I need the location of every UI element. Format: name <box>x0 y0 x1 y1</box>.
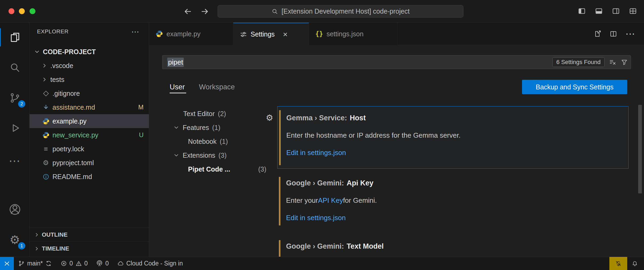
branch-status[interactable]: main* <box>14 257 56 270</box>
tree-file-poetry-lock[interactable]: ≡ poetry.lock <box>30 142 149 156</box>
more-actions-icon[interactable]: ⋯ <box>131 27 139 36</box>
chevron-right-icon <box>34 246 40 252</box>
json-braces-icon: {} <box>315 30 323 38</box>
explorer-sidebar: EXPLORER ⋯ CODE-PROJECT .vscode tests .g… <box>30 23 149 257</box>
tree-folder-vscode[interactable]: .vscode <box>30 59 149 73</box>
split-editor-icon[interactable] <box>609 30 617 38</box>
tree-file-example-py[interactable]: example.py <box>30 114 149 128</box>
chevron-right-icon <box>41 76 48 83</box>
tree-file-assistance-md[interactable]: assistance.md M <box>30 100 149 114</box>
bell-icon <box>631 260 638 267</box>
modified-indicator <box>279 110 281 165</box>
settings-found-badge: 6 Settings Found <box>552 57 605 67</box>
setting-google-gemini-api-key[interactable]: Google › Gemini: Api Key Enter your API … <box>277 172 629 234</box>
toggle-secondary-sidebar-icon[interactable] <box>612 7 620 15</box>
command-center[interactable]: [Extension Development Host] code-projec… <box>218 5 463 18</box>
scrollbar[interactable] <box>638 105 642 193</box>
filter-icon[interactable] <box>621 58 628 66</box>
tab-settings-json[interactable]: {} settings.json <box>309 23 398 45</box>
python-file-icon <box>42 132 50 139</box>
editor-actions: ⋯ <box>593 23 635 45</box>
lock-file-icon: ≡ <box>42 145 50 152</box>
toc-pipet-code[interactable]: Pipet Code ... (3) <box>173 162 266 176</box>
sync-icon <box>45 260 52 267</box>
ellipsis-icon: ⋯ <box>9 155 21 167</box>
sidebar-header: EXPLORER ⋯ <box>30 23 149 40</box>
radio-tower-icon <box>96 260 103 267</box>
command-center-title: [Extension Development Host] code-projec… <box>282 7 410 15</box>
close-window-button[interactable] <box>9 8 14 14</box>
setting-google-gemini-text-model[interactable]: Google › Gemini: Text Model <box>277 235 629 257</box>
open-settings-json-icon[interactable] <box>593 30 601 38</box>
tree-file-new-service-py[interactable]: new_service.py U <box>30 128 149 142</box>
setting-gemma-service-host[interactable]: Gemma › Service: Host Enter the hostname… <box>277 106 629 169</box>
tree-file-readme-md[interactable]: README.md <box>30 170 149 184</box>
close-icon[interactable]: × <box>283 30 288 39</box>
account-icon <box>9 204 21 215</box>
tree-folder-tests[interactable]: tests <box>30 73 149 86</box>
problems-status[interactable]: 0 0 <box>56 257 92 270</box>
search-icon <box>9 62 21 73</box>
outline-section[interactable]: OUTLINE <box>30 228 149 241</box>
search-icon <box>271 8 278 15</box>
toc-extensions[interactable]: Extensions (3) <box>173 148 266 162</box>
toggle-panel-icon[interactable] <box>595 7 603 15</box>
remote-indicator[interactable] <box>0 257 14 270</box>
back-icon[interactable] <box>183 7 192 16</box>
source-control-badge: 2 <box>18 100 26 108</box>
toc-notebook[interactable]: Notebook (1) <box>173 134 266 148</box>
tab-settings[interactable]: Settings × <box>233 23 309 45</box>
activity-settings[interactable]: ⚙ 1 <box>0 229 30 251</box>
toc-text-editor[interactable]: Text Editor (2) <box>173 107 266 121</box>
git-file-icon <box>42 90 50 97</box>
scope-tab-user[interactable]: User <box>170 80 185 94</box>
toggle-primary-sidebar-icon[interactable] <box>578 7 586 15</box>
zoom-window-button[interactable] <box>30 8 35 14</box>
tree-file-gitignore[interactable]: .gitignore <box>30 86 149 100</box>
bell-slash-icon <box>615 260 622 267</box>
more-actions-icon[interactable]: ⋯ <box>625 29 635 39</box>
tree-file-pyproject-toml[interactable]: ⚙ pyproject.toml <box>30 156 149 170</box>
activity-source-control[interactable]: 2 <box>0 87 30 109</box>
sidebar-title: EXPLORER <box>37 28 68 35</box>
tree-root-code-project[interactable]: CODE-PROJECT <box>30 45 149 59</box>
activity-search[interactable] <box>0 56 30 79</box>
warning-icon <box>75 260 82 267</box>
activity-explorer[interactable] <box>0 26 30 49</box>
settings-search-controls: 6 Settings Found <box>552 55 628 69</box>
backup-sync-settings-button[interactable]: Backup and Sync Settings <box>522 80 627 94</box>
settings-badge: 1 <box>18 242 26 250</box>
notifications-bell[interactable] <box>627 257 642 270</box>
error-icon <box>60 260 67 267</box>
forward-icon[interactable] <box>200 7 209 16</box>
activity-more[interactable]: ⋯ <box>0 150 30 172</box>
minimize-window-button[interactable] <box>19 8 25 14</box>
setting-actions-gear-icon[interactable]: ⚙ <box>266 113 273 123</box>
activity-run-debug[interactable] <box>0 117 30 139</box>
edit-in-settings-json-link[interactable]: Edit in settings.json <box>286 149 346 157</box>
cloud-code-status[interactable]: Cloud Code - Sign in <box>113 257 187 270</box>
markdown-file-icon <box>42 104 50 111</box>
toc-features[interactable]: Features (1) <box>173 121 266 134</box>
notifications-muted-status[interactable] <box>609 257 627 270</box>
active-scope-underline <box>170 93 186 93</box>
git-untracked-badge: U <box>139 131 144 139</box>
scope-tab-workspace[interactable]: Workspace <box>199 80 235 94</box>
broadcast-status[interactable]: 0 <box>92 257 113 270</box>
activity-accounts[interactable] <box>0 198 30 221</box>
layout-controls <box>578 7 637 15</box>
edit-in-settings-json-link[interactable]: Edit in settings.json <box>286 214 346 222</box>
timeline-section[interactable]: TIMELINE <box>30 241 149 255</box>
chevron-down-icon <box>173 152 180 158</box>
clear-search-icon[interactable] <box>609 58 616 66</box>
tab-example-py[interactable]: example.py <box>149 23 233 45</box>
python-file-icon <box>42 118 50 125</box>
chevron-down-icon <box>173 124 180 131</box>
status-bar: main* 0 0 <box>0 257 644 270</box>
customize-layout-icon[interactable] <box>629 7 637 15</box>
settings-search-input[interactable]: pipet 6 Settings Found <box>162 55 631 69</box>
api-key-link[interactable]: API Key <box>318 196 343 205</box>
git-modified-badge: M <box>138 104 144 111</box>
title-bar: [Extension Development Host] code-projec… <box>0 0 644 23</box>
vscode-window: [Extension Development Host] code-projec… <box>0 0 644 270</box>
